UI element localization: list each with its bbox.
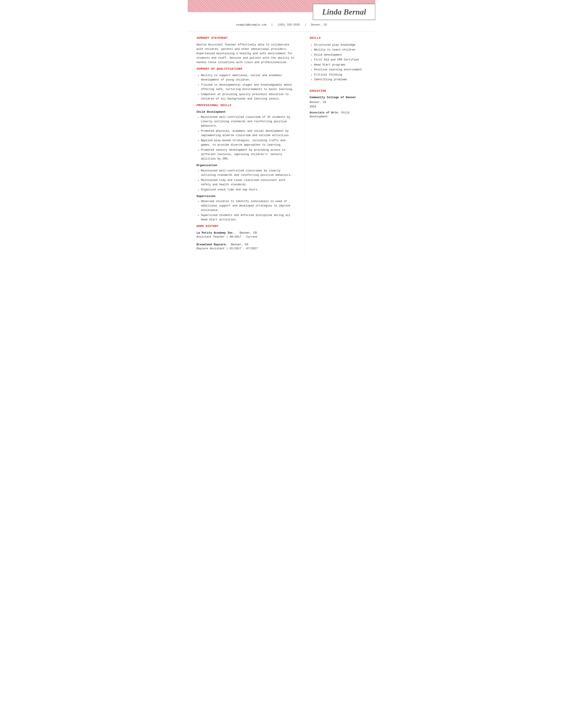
job-1-role-line: Assistant Teacher | 08/2017 - Current xyxy=(196,235,296,239)
supervision-list: Observed children to identify individual… xyxy=(196,199,296,222)
edu-year: 2016 xyxy=(310,105,367,109)
organization-heading: Organization xyxy=(196,163,296,168)
child-development-heading: Child Development xyxy=(196,110,296,114)
qualification-item-1: Ability to support emotional, social and… xyxy=(201,73,296,82)
page-container: Linda Bernal example@example.com | (555)… xyxy=(188,0,375,263)
job-1-company-line: La Petite Academy Inc.. Denver, CO xyxy=(196,231,296,235)
job-1-separator2: | xyxy=(226,235,229,238)
qualifications-list: Ability to support emotional, social and… xyxy=(196,73,296,101)
org-item-2: Maintained tidy and clean classroom cons… xyxy=(201,178,296,187)
edu-degree: Associate of Arts: Child Development xyxy=(310,111,367,119)
job-2-location: Denver, CO xyxy=(231,243,248,246)
job-2-separator: . xyxy=(226,243,231,246)
summary-qualifications-section: SUMMARY OF QUALIFICATIONS Ability to sup… xyxy=(196,67,296,101)
edu-degree-type: Associate of Arts xyxy=(310,111,338,114)
education-title: EDUCATION xyxy=(310,89,367,93)
org-item-3: Organized snack time and nap hours. xyxy=(201,188,296,192)
skill-item-2: Ability to teach children xyxy=(314,47,367,53)
sup-item-1: Observed children to identify individual… xyxy=(201,199,296,212)
location: Denver, CO xyxy=(311,23,327,26)
job-2-role-line: Daycare Assistant | 01/2017 - 07/2017 xyxy=(196,247,296,251)
edu-degree-colon: : xyxy=(338,111,341,114)
phone: (555) 555-5555 xyxy=(277,23,300,26)
education-section: EDUCATION Community College of Denver De… xyxy=(310,89,367,119)
edu-school: Community College of Denver xyxy=(310,95,367,100)
skill-item-4: First Aid and CPR Certified xyxy=(314,57,367,62)
job-2-dates: 01/2017 - 07/2017 xyxy=(229,247,258,250)
content-wrapper: SUMMARY STATEMENT Gentle Assistant Teach… xyxy=(188,32,375,263)
cd-item-4: Promoted sensory development by providin… xyxy=(201,148,296,161)
cd-item-3: Applied play-based strategies, including… xyxy=(201,138,296,147)
skills-section: SKILLS Structured play knowledge Ability… xyxy=(310,36,367,82)
organization-subsection: Organization Maintained well-controlled … xyxy=(196,163,296,192)
summary-statement-text: Gentle Assistant Teacher effectively abl… xyxy=(196,43,296,65)
summary-statement-title: SUMMARY STATEMENT xyxy=(196,36,296,40)
supervision-heading: Supervision xyxy=(196,194,296,199)
job-1-separator: . xyxy=(234,231,239,235)
skill-item-7: Critical thinking xyxy=(314,72,367,77)
email: example@example.com xyxy=(236,23,266,26)
job-2-separator2: | xyxy=(226,247,229,250)
candidate-name: Linda Bernal xyxy=(322,6,366,18)
organization-list: Maintained well-controlled classrooms by… xyxy=(196,169,296,192)
summary-qualifications-title: SUMMARY OF QUALIFICATIONS xyxy=(196,67,296,71)
cd-item-1: Maintained well-controlled classroom of … xyxy=(201,115,296,128)
cd-item-2: Promoted physical, academic and social d… xyxy=(201,129,296,138)
professional-skills-title: PROFESSIONAL SKILLS xyxy=(196,103,296,108)
name-box: Linda Bernal xyxy=(313,4,375,20)
professional-skills-section: PROFESSIONAL SKILLS Child Development Ma… xyxy=(196,103,296,222)
sup-item-2: Supervised students and enforced discipl… xyxy=(201,213,296,222)
skills-list: Structured play knowledge Ability to tea… xyxy=(310,43,367,82)
job-2-role: Daycare Assistant xyxy=(196,247,225,250)
skill-item-8: Identifying problems xyxy=(314,77,367,82)
job-1-location: Denver, CO xyxy=(239,231,257,235)
work-history-title: WORK HISTORY xyxy=(196,224,296,229)
skill-item-1: Structured play knowledge xyxy=(314,43,367,48)
org-item-1: Maintained well-controlled classrooms by… xyxy=(201,169,296,177)
child-development-list: Maintained well-controlled classroom of … xyxy=(196,115,296,161)
job-1-company: La Petite Academy Inc. xyxy=(196,231,234,235)
left-column: SUMMARY STATEMENT Gentle Assistant Teach… xyxy=(196,36,296,254)
job-1-dates: 08/2017 - Current xyxy=(229,235,258,238)
job-entry-2: Dreamland Daycare. Denver, CO Daycare As… xyxy=(196,242,296,251)
work-history-section: WORK HISTORY La Petite Academy Inc.. Den… xyxy=(196,224,296,251)
edu-location: Denver, CO xyxy=(310,100,367,105)
job-2-company: Dreamland Daycare xyxy=(196,243,226,246)
supervision-subsection: Supervision Observed children to identif… xyxy=(196,194,296,222)
skills-title: SKILLS xyxy=(310,36,367,40)
edu-entry-1: Community College of Denver Denver, CO 2… xyxy=(310,95,367,119)
job-entry-1: La Petite Academy Inc.. Denver, CO Assis… xyxy=(196,231,296,239)
job-1-role: Assistant Teacher xyxy=(196,235,225,238)
skill-item-3: Child development xyxy=(314,53,367,58)
contact-line: example@example.com | (555) 555-5555 | D… xyxy=(188,21,375,32)
name-section: Linda Bernal xyxy=(188,8,375,20)
qualification-item-3: Competent at providing quality preschool… xyxy=(201,92,296,101)
skill-item-5: Head Start programs xyxy=(314,62,367,68)
skill-item-6: Positive learning environment xyxy=(314,67,367,72)
right-column: SKILLS Structured play knowledge Ability… xyxy=(305,36,367,254)
summary-statement-section: SUMMARY STATEMENT Gentle Assistant Teach… xyxy=(196,36,296,65)
child-development-subsection: Child Development Maintained well-contro… xyxy=(196,110,296,161)
qualification-item-2: Trained in developmental stages and know… xyxy=(201,83,296,92)
job-2-company-line: Dreamland Daycare. Denver, CO xyxy=(196,242,296,247)
